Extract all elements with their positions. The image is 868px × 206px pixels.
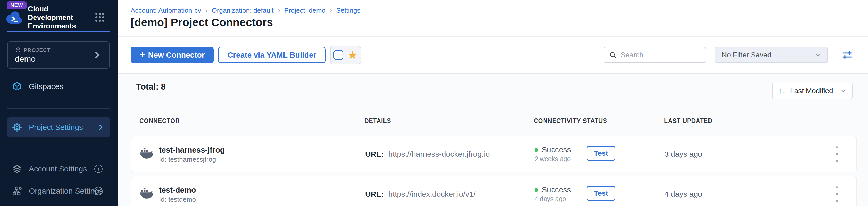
create-via-yaml-builder-button[interactable]: Create via YAML Builder	[218, 47, 326, 63]
sort-dropdown[interactable]: ↑↓ Last Modified	[772, 83, 852, 99]
connector-url: URL: https://harness-docker.jfrog.io	[365, 150, 490, 158]
total-count: Total: 8	[136, 82, 166, 92]
gitspaces-cube-icon	[12, 81, 22, 92]
breadcrumb-separator-icon: ›	[278, 6, 280, 15]
chevron-right-icon	[93, 51, 101, 59]
docker-icon	[140, 147, 154, 160]
sidebar-item-label: Account Settings	[29, 164, 87, 173]
table-row[interactable]: test-harness-jfrog Id: testharnessjfrog …	[131, 136, 857, 172]
account-layers-icon	[12, 164, 22, 174]
chevron-down-icon	[814, 52, 821, 58]
test-connection-button[interactable]: Test	[587, 186, 615, 201]
new-badge: NEW	[7, 1, 27, 9]
sidebar: NEW Cloud Development Environments PROJE…	[0, 0, 118, 206]
page-title: [demo] Project Connectors	[131, 16, 273, 29]
new-connector-button[interactable]: + New Connector	[131, 47, 214, 63]
docker-icon	[140, 187, 154, 200]
toolbar: + New Connector Create via YAML Builder …	[118, 37, 868, 74]
last-updated: 4 days ago	[664, 190, 702, 199]
favorites-filter-group: ★	[330, 46, 361, 64]
favorites-checkbox[interactable]	[334, 50, 343, 60]
connector-name: test-harness-jfrog	[159, 146, 225, 154]
sort-arrows-icon: ↑↓	[778, 86, 786, 95]
sort-value: Last Modified	[790, 87, 840, 95]
breadcrumb-settings[interactable]: Settings	[336, 6, 360, 15]
main-content: Account: Automation-cv › Organization: d…	[118, 0, 868, 206]
page-header: Account: Automation-cv › Organization: d…	[118, 0, 868, 37]
breadcrumb-project[interactable]: Project: demo	[284, 6, 326, 15]
connector-url: URL: https://index.docker.io/v1/	[365, 190, 476, 199]
row-menu-kebab-icon[interactable]	[832, 186, 841, 202]
breadcrumb-separator-icon: ›	[205, 6, 208, 15]
url-label: URL:	[365, 190, 384, 198]
search-icon	[609, 51, 617, 59]
star-icon[interactable]: ★	[347, 49, 358, 61]
last-updated: 3 days ago	[664, 150, 702, 158]
info-icon[interactable]: i	[94, 165, 102, 173]
column-header-connectivity-status: CONNECTIVITY STATUS	[534, 118, 607, 124]
project-selector[interactable]: PROJECT demo	[7, 41, 110, 69]
column-header-last-updated: LAST UPDATED	[664, 118, 713, 124]
plus-icon: +	[140, 49, 145, 60]
breadcrumb-separator-icon: ›	[330, 6, 332, 15]
breadcrumb-organization[interactable]: Organization: default	[212, 6, 274, 15]
search-box	[603, 47, 706, 63]
search-input[interactable]	[621, 51, 701, 59]
sidebar-item-label: Project Settings	[29, 123, 83, 132]
sidebar-item-organization-settings[interactable]: Organization Settings i	[7, 184, 110, 198]
saved-filter-value: No Filter Saved	[722, 51, 771, 59]
row-menu-kebab-icon[interactable]	[832, 146, 841, 162]
breadcrumb-account[interactable]: Account: Automation-cv	[131, 6, 201, 15]
chevron-down-icon	[840, 88, 846, 94]
chevron-right-icon	[97, 124, 104, 131]
saved-filter-dropdown[interactable]: No Filter Saved	[715, 47, 828, 63]
sidebar-item-label: Organization Settings	[29, 187, 103, 196]
sidebar-item-project-settings[interactable]: Project Settings	[7, 117, 110, 137]
status-text: Success	[542, 145, 571, 154]
status-time: 2 weeks ago	[534, 155, 570, 163]
cloud-dev-environments-logo-icon	[6, 10, 23, 24]
connector-name: test-demo	[159, 186, 196, 195]
connectors-list-area: Total: 8 ↑↓ Last Modified CONNECTOR DETA…	[118, 74, 868, 206]
table-body: test-harness-jfrog Id: testharnessjfrog …	[131, 136, 857, 206]
project-cube-icon	[15, 47, 21, 53]
sidebar-divider	[7, 149, 110, 150]
organization-tree-icon	[12, 186, 22, 196]
status-time: 4 days ago	[534, 195, 566, 203]
status-text: Success	[542, 185, 571, 194]
test-connection-button[interactable]: Test	[587, 146, 615, 161]
column-header-details: DETAILS	[364, 118, 391, 124]
project-name: demo	[15, 54, 36, 64]
gear-icon	[12, 122, 22, 132]
connector-id: Id: testdemo	[159, 196, 196, 203]
sidebar-item-gitspaces[interactable]: Gitspaces	[7, 76, 110, 97]
filter-settings-icon[interactable]	[841, 49, 853, 61]
url-value: https://harness-docker.jfrog.io	[389, 150, 490, 158]
logo-underline	[7, 31, 110, 32]
column-header-connector: CONNECTOR	[140, 118, 180, 124]
breadcrumb: Account: Automation-cv › Organization: d…	[131, 6, 360, 15]
status-dot	[534, 188, 538, 192]
status-dot	[534, 148, 538, 152]
sidebar-item-label: Gitspaces	[29, 82, 63, 91]
connector-id: Id: testharnessjfrog	[159, 155, 216, 163]
url-label: URL:	[365, 150, 384, 158]
url-value: https://index.docker.io/v1/	[389, 190, 476, 198]
module-grid-menu-icon[interactable]	[95, 13, 104, 22]
table-row[interactable]: test-demo Id: testdemo URL: https://inde…	[131, 176, 857, 206]
project-label: PROJECT	[24, 47, 51, 53]
sidebar-item-account-settings[interactable]: Account Settings i	[7, 162, 110, 176]
sidebar-divider	[7, 108, 110, 109]
app-title: Cloud Development Environments	[28, 5, 87, 30]
info-icon[interactable]: i	[94, 187, 102, 195]
table-header-row: CONNECTOR DETAILS CONNECTIVITY STATUS LA…	[131, 118, 857, 127]
